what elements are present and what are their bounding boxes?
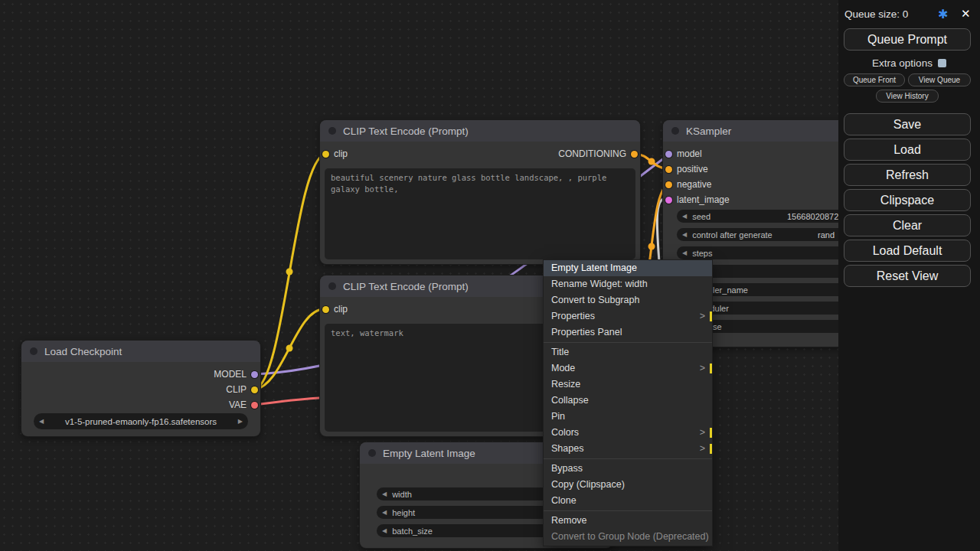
port-dot-latent[interactable] [665, 197, 672, 204]
queue-prompt-button[interactable]: Queue Prompt [844, 28, 971, 51]
menu-item-collapse[interactable]: Collapse [544, 393, 712, 409]
view-history-button[interactable]: View History [876, 90, 939, 103]
arrow-left-icon[interactable]: ◀ [682, 213, 687, 220]
port-dot-conditioning[interactable] [631, 151, 638, 158]
port-dot-conditioning[interactable] [665, 166, 672, 173]
queue-sidebar: Queue size: 0 ✱ ✕ Queue Prompt Extra opt… [838, 0, 980, 551]
port-dot-clip[interactable] [322, 306, 329, 313]
node-title-bar[interactable]: CLIP Text Encode (Prompt) [320, 120, 640, 142]
refresh-button[interactable]: Refresh [844, 164, 971, 186]
link-dot[interactable] [286, 345, 293, 352]
output-port-model[interactable]: MODEL [214, 368, 258, 380]
context-menu: Empty Latent Image Rename Widget: width … [544, 260, 712, 546]
menu-item-properties-panel[interactable]: Properties Panel [544, 324, 712, 341]
arrow-right-icon[interactable]: ▶ [238, 418, 243, 425]
load-default-button[interactable]: Load Default [844, 240, 971, 262]
menu-item-resize[interactable]: Resize [544, 377, 712, 393]
output-port-vae[interactable]: VAE [229, 399, 258, 411]
load-button[interactable]: Load [844, 139, 971, 161]
submenu-arrow-icon: > [700, 425, 705, 441]
context-menu-title: Empty Latent Image [544, 260, 712, 276]
arrow-left-icon[interactable]: ◀ [682, 231, 687, 238]
port-dot-clip[interactable] [322, 151, 329, 158]
close-icon[interactable]: ✕ [961, 7, 971, 21]
menu-item-colors[interactable]: Colors > [544, 425, 712, 441]
input-port-latent-image[interactable]: latent_image [665, 194, 730, 206]
input-port-positive[interactable]: positive [665, 163, 708, 175]
menu-item-pin[interactable]: Pin [544, 409, 712, 425]
menu-item-remove[interactable]: Remove [544, 513, 712, 529]
arrow-left-icon[interactable]: ◀ [682, 249, 687, 256]
node-title-bar[interactable]: Load Checkpoint [21, 341, 260, 362]
menu-item-convert-to-group-node[interactable]: Convert to Group Node (Deprecated) [544, 529, 712, 545]
clear-button[interactable]: Clear [844, 214, 971, 236]
menu-item-title[interactable]: Title [544, 344, 712, 360]
reset-view-button[interactable]: Reset View [844, 265, 971, 287]
extra-options-row: Extra options [838, 57, 980, 69]
menu-item-properties[interactable]: Properties > [544, 308, 712, 324]
extra-options-label: Extra options [872, 57, 933, 69]
node-clip-text-encode-positive[interactable]: CLIP Text Encode (Prompt) clip CONDITION… [320, 120, 640, 264]
prompt-textarea[interactable]: beautiful scenery nature glass bottle la… [325, 168, 635, 259]
node-title: Empty Latent Image [383, 448, 475, 459]
menu-separator [544, 342, 712, 343]
arrow-left-icon[interactable]: ◀ [382, 509, 387, 516]
ckpt-name-combo[interactable]: ◀ v1-5-pruned-emaonly-fp16.safetensors ▶ [34, 413, 248, 429]
port-dot-vae[interactable] [251, 402, 258, 409]
collapse-dot-icon[interactable] [368, 449, 376, 457]
collapse-dot-icon[interactable] [30, 347, 38, 355]
menu-item-shapes[interactable]: Shapes > [544, 441, 712, 457]
ckpt-name-value: v1-5-pruned-emaonly-fp16.safetensors [44, 417, 238, 426]
menu-item-rename-widget[interactable]: Rename Widget: width [544, 276, 712, 292]
queue-size-label: Queue size: 0 [844, 8, 908, 20]
submenu-arrow-icon: > [700, 441, 705, 457]
input-port-negative[interactable]: negative [665, 178, 711, 191]
node-title: CLIP Text Encode (Prompt) [343, 281, 469, 292]
view-queue-button[interactable]: View Queue [908, 73, 971, 86]
node-title: CLIP Text Encode (Prompt) [343, 126, 469, 137]
input-port-clip[interactable]: clip [322, 148, 348, 160]
menu-item-mode[interactable]: Mode > [544, 360, 712, 377]
submenu-arrow-icon: > [700, 360, 705, 377]
node-load-checkpoint[interactable]: Load Checkpoint MODEL CLIP VAE ◀ v1-5-pr… [21, 341, 260, 436]
menu-separator [544, 510, 712, 511]
queue-front-button[interactable]: Queue Front [844, 73, 905, 86]
arrow-left-icon[interactable]: ◀ [382, 527, 387, 534]
node-title: KSampler [686, 126, 731, 137]
extra-options-checkbox[interactable] [938, 59, 946, 67]
submenu-arrow-icon: > [700, 308, 705, 324]
collapse-dot-icon[interactable] [671, 127, 679, 135]
port-dot-conditioning[interactable] [665, 181, 672, 188]
menu-separator [544, 458, 712, 459]
menu-item-convert-to-subgraph[interactable]: Convert to Subgraph [544, 292, 712, 308]
settings-gear-icon[interactable]: ✱ [938, 7, 948, 21]
link-dot[interactable] [286, 269, 293, 276]
port-dot-clip[interactable] [251, 386, 258, 393]
input-port-model[interactable]: model [665, 148, 702, 160]
save-button[interactable]: Save [844, 113, 971, 135]
menu-item-copy-clipspace[interactable]: Copy (Clipspace) [544, 477, 712, 493]
collapse-dot-icon[interactable] [328, 127, 336, 135]
link-dot[interactable] [648, 158, 655, 165]
menu-item-bypass[interactable]: Bypass [544, 461, 712, 477]
link-dot[interactable] [648, 243, 655, 250]
port-dot-model[interactable] [251, 371, 258, 378]
input-port-clip[interactable]: clip [322, 303, 348, 315]
arrow-left-icon[interactable]: ◀ [382, 491, 387, 497]
port-dot-model[interactable] [665, 151, 672, 158]
output-port-clip[interactable]: CLIP [226, 383, 258, 396]
menu-item-clone[interactable]: Clone [544, 493, 712, 509]
node-title: Load Checkpoint [44, 346, 122, 357]
clipspace-button[interactable]: Clipspace [844, 189, 971, 211]
output-port-conditioning[interactable]: CONDITIONING [558, 148, 638, 160]
node-canvas[interactable]: Load Checkpoint MODEL CLIP VAE ◀ v1-5-pr… [0, 0, 980, 551]
collapse-dot-icon[interactable] [328, 282, 336, 290]
